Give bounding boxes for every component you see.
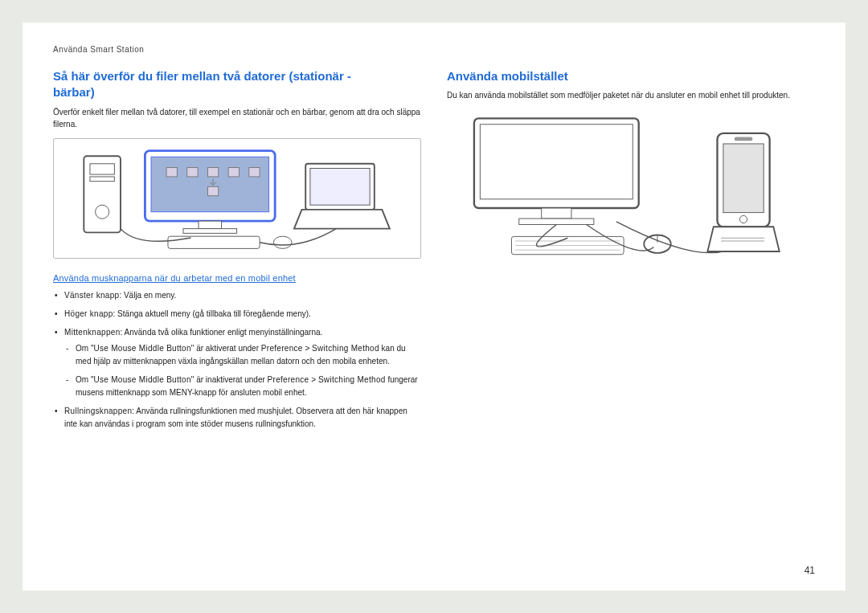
heading-line-1: Så här överför du filer mellan två dator… bbox=[53, 69, 351, 83]
mouse-buttons-subheading: Använda musknapparna när du arbetar med … bbox=[53, 273, 421, 283]
svg-rect-6 bbox=[199, 221, 222, 229]
text: " är aktiverat under bbox=[191, 344, 261, 353]
text: Om " bbox=[76, 344, 93, 353]
svg-rect-16 bbox=[168, 236, 260, 248]
pref-path: Preference bbox=[268, 375, 309, 384]
svg-rect-5 bbox=[151, 157, 269, 211]
text: > bbox=[303, 344, 312, 353]
svg-point-17 bbox=[274, 236, 293, 248]
figure-mobile-stand bbox=[447, 109, 815, 262]
svg-rect-29 bbox=[723, 144, 763, 213]
left-column: Så här överför du filer mellan två dator… bbox=[53, 68, 421, 436]
mouse-buttons-list: Vänster knapp: Välja en meny. Höger knap… bbox=[53, 289, 421, 431]
text: > bbox=[309, 375, 317, 384]
left-heading: Så här överför du filer mellan två dator… bbox=[53, 68, 421, 101]
svg-rect-0 bbox=[84, 156, 121, 232]
two-column-layout: Så här överför du filer mellan två dator… bbox=[53, 68, 815, 436]
middle-button-sublist: Om "Use Mouse Middle Button" är aktivera… bbox=[64, 342, 421, 399]
right-column: Använda mobilstället Du kan använda mobi… bbox=[447, 68, 815, 436]
svg-rect-8 bbox=[166, 167, 177, 176]
term-right-button: Höger knapp bbox=[64, 309, 113, 318]
svg-rect-19 bbox=[480, 125, 633, 199]
left-intro-paragraph: Överför enkelt filer mellan två datorer,… bbox=[53, 106, 421, 130]
list-item: Rullningsknappen: Använda rullningsfunkt… bbox=[53, 405, 421, 431]
pref-path: Preference bbox=[261, 344, 303, 353]
file-transfer-illustration bbox=[63, 145, 411, 251]
term-middle-button: Mittenknappen bbox=[64, 328, 121, 337]
quoted-option: Use Mouse Middle Button bbox=[93, 344, 190, 353]
svg-rect-13 bbox=[208, 186, 219, 195]
svg-rect-10 bbox=[208, 167, 219, 176]
svg-rect-31 bbox=[734, 137, 751, 141]
right-heading: Använda mobilstället bbox=[447, 68, 815, 84]
figure-file-transfer bbox=[53, 138, 421, 259]
heading-line-2: bärbar) bbox=[53, 85, 95, 99]
right-intro-paragraph: Du kan använda mobilstället som medfölje… bbox=[447, 89, 815, 101]
text: " är inaktiverat under bbox=[191, 375, 268, 384]
page-number: 41 bbox=[805, 565, 815, 576]
term-scroll-button: Rullningsknappen bbox=[64, 407, 132, 415]
mobile-stand-illustration bbox=[451, 111, 812, 260]
svg-rect-12 bbox=[249, 167, 260, 176]
svg-rect-11 bbox=[229, 167, 240, 176]
pref-path: Switching Method bbox=[312, 344, 379, 353]
quoted-option: Use Mouse Middle Button bbox=[93, 375, 190, 384]
svg-rect-20 bbox=[541, 208, 571, 219]
list-item: Om "Use Mouse Middle Button" är inaktive… bbox=[64, 374, 421, 399]
svg-rect-21 bbox=[518, 219, 593, 224]
pref-path: Switching Method bbox=[318, 375, 386, 384]
svg-rect-15 bbox=[310, 168, 370, 205]
svg-rect-7 bbox=[183, 229, 237, 234]
list-item: Vänster knapp: Välja en meny. bbox=[53, 289, 421, 302]
text: Om " bbox=[76, 375, 93, 384]
text: : Använda två olika funktioner enligt me… bbox=[121, 328, 323, 337]
text: : Stänga aktuell meny (gå tillbaka till … bbox=[113, 309, 311, 318]
term-left-button: Vänster knapp bbox=[64, 291, 119, 300]
list-item: Mittenknappen: Använda två olika funktio… bbox=[53, 326, 421, 399]
document-page: Använda Smart Station Så här överför du … bbox=[23, 22, 845, 591]
running-header: Använda Smart Station bbox=[53, 45, 815, 54]
svg-rect-9 bbox=[187, 167, 198, 176]
list-item: Om "Use Mouse Middle Button" är aktivera… bbox=[64, 342, 421, 368]
text: : Välja en meny. bbox=[119, 291, 176, 300]
list-item: Höger knapp: Stänga aktuell meny (gå til… bbox=[53, 308, 421, 321]
